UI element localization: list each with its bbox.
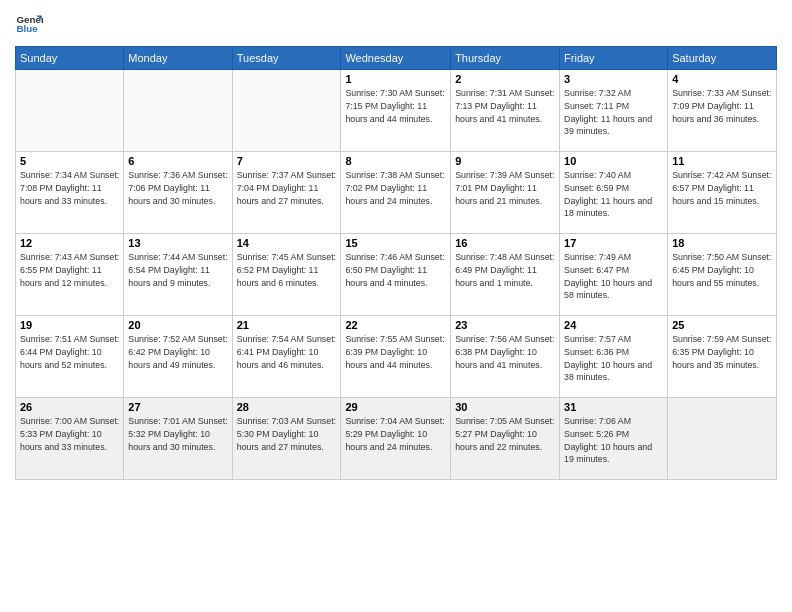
day-info: Sunrise: 7:34 AM Sunset: 7:08 PM Dayligh… — [20, 169, 119, 207]
calendar-cell: 12Sunrise: 7:43 AM Sunset: 6:55 PM Dayli… — [16, 234, 124, 316]
calendar-cell — [668, 398, 777, 480]
day-number: 14 — [237, 237, 337, 249]
calendar-cell: 16Sunrise: 7:48 AM Sunset: 6:49 PM Dayli… — [451, 234, 560, 316]
calendar-cell — [124, 70, 232, 152]
day-info: Sunrise: 7:03 AM Sunset: 5:30 PM Dayligh… — [237, 415, 337, 453]
day-info: Sunrise: 7:44 AM Sunset: 6:54 PM Dayligh… — [128, 251, 227, 289]
day-number: 10 — [564, 155, 663, 167]
day-number: 28 — [237, 401, 337, 413]
calendar-cell: 24Sunrise: 7:57 AM Sunset: 6:36 PM Dayli… — [560, 316, 668, 398]
svg-text:Blue: Blue — [16, 23, 38, 34]
day-info: Sunrise: 7:00 AM Sunset: 5:33 PM Dayligh… — [20, 415, 119, 453]
day-number: 12 — [20, 237, 119, 249]
calendar-cell: 26Sunrise: 7:00 AM Sunset: 5:33 PM Dayli… — [16, 398, 124, 480]
calendar-week-row: 26Sunrise: 7:00 AM Sunset: 5:33 PM Dayli… — [16, 398, 777, 480]
calendar-week-row: 12Sunrise: 7:43 AM Sunset: 6:55 PM Dayli… — [16, 234, 777, 316]
calendar-week-row: 1Sunrise: 7:30 AM Sunset: 7:15 PM Daylig… — [16, 70, 777, 152]
calendar-header-row: SundayMondayTuesdayWednesdayThursdayFrid… — [16, 47, 777, 70]
day-number: 1 — [345, 73, 446, 85]
day-info: Sunrise: 7:49 AM Sunset: 6:47 PM Dayligh… — [564, 251, 663, 302]
day-number: 27 — [128, 401, 227, 413]
calendar-cell: 13Sunrise: 7:44 AM Sunset: 6:54 PM Dayli… — [124, 234, 232, 316]
calendar-table: SundayMondayTuesdayWednesdayThursdayFrid… — [15, 46, 777, 480]
day-number: 11 — [672, 155, 772, 167]
calendar-cell: 10Sunrise: 7:40 AM Sunset: 6:59 PM Dayli… — [560, 152, 668, 234]
day-info: Sunrise: 7:36 AM Sunset: 7:06 PM Dayligh… — [128, 169, 227, 207]
day-info: Sunrise: 7:54 AM Sunset: 6:41 PM Dayligh… — [237, 333, 337, 371]
calendar-cell: 30Sunrise: 7:05 AM Sunset: 5:27 PM Dayli… — [451, 398, 560, 480]
calendar-cell: 9Sunrise: 7:39 AM Sunset: 7:01 PM Daylig… — [451, 152, 560, 234]
day-info: Sunrise: 7:50 AM Sunset: 6:45 PM Dayligh… — [672, 251, 772, 289]
calendar-cell: 4Sunrise: 7:33 AM Sunset: 7:09 PM Daylig… — [668, 70, 777, 152]
day-number: 31 — [564, 401, 663, 413]
calendar-cell: 31Sunrise: 7:06 AM Sunset: 5:26 PM Dayli… — [560, 398, 668, 480]
day-number: 24 — [564, 319, 663, 331]
calendar-cell: 28Sunrise: 7:03 AM Sunset: 5:30 PM Dayli… — [232, 398, 341, 480]
day-number: 7 — [237, 155, 337, 167]
calendar-week-row: 5Sunrise: 7:34 AM Sunset: 7:08 PM Daylig… — [16, 152, 777, 234]
day-number: 30 — [455, 401, 555, 413]
day-number: 15 — [345, 237, 446, 249]
logo-icon: General Blue — [15, 10, 43, 38]
calendar-cell: 22Sunrise: 7:55 AM Sunset: 6:39 PM Dayli… — [341, 316, 451, 398]
logo: General Blue — [15, 10, 49, 38]
weekday-header-monday: Monday — [124, 47, 232, 70]
day-info: Sunrise: 7:45 AM Sunset: 6:52 PM Dayligh… — [237, 251, 337, 289]
day-info: Sunrise: 7:04 AM Sunset: 5:29 PM Dayligh… — [345, 415, 446, 453]
calendar-cell: 3Sunrise: 7:32 AM Sunset: 7:11 PM Daylig… — [560, 70, 668, 152]
calendar-cell: 7Sunrise: 7:37 AM Sunset: 7:04 PM Daylig… — [232, 152, 341, 234]
header: General Blue — [15, 10, 777, 38]
calendar-week-row: 19Sunrise: 7:51 AM Sunset: 6:44 PM Dayli… — [16, 316, 777, 398]
calendar-cell: 23Sunrise: 7:56 AM Sunset: 6:38 PM Dayli… — [451, 316, 560, 398]
weekday-header-wednesday: Wednesday — [341, 47, 451, 70]
calendar-cell: 6Sunrise: 7:36 AM Sunset: 7:06 PM Daylig… — [124, 152, 232, 234]
day-info: Sunrise: 7:51 AM Sunset: 6:44 PM Dayligh… — [20, 333, 119, 371]
day-number: 5 — [20, 155, 119, 167]
day-info: Sunrise: 7:43 AM Sunset: 6:55 PM Dayligh… — [20, 251, 119, 289]
weekday-header-tuesday: Tuesday — [232, 47, 341, 70]
day-info: Sunrise: 7:48 AM Sunset: 6:49 PM Dayligh… — [455, 251, 555, 289]
day-info: Sunrise: 7:39 AM Sunset: 7:01 PM Dayligh… — [455, 169, 555, 207]
calendar-cell: 15Sunrise: 7:46 AM Sunset: 6:50 PM Dayli… — [341, 234, 451, 316]
day-number: 22 — [345, 319, 446, 331]
calendar-cell: 8Sunrise: 7:38 AM Sunset: 7:02 PM Daylig… — [341, 152, 451, 234]
day-number: 29 — [345, 401, 446, 413]
day-number: 16 — [455, 237, 555, 249]
day-number: 8 — [345, 155, 446, 167]
day-info: Sunrise: 7:59 AM Sunset: 6:35 PM Dayligh… — [672, 333, 772, 371]
calendar-cell: 19Sunrise: 7:51 AM Sunset: 6:44 PM Dayli… — [16, 316, 124, 398]
weekday-header-sunday: Sunday — [16, 47, 124, 70]
day-info: Sunrise: 7:06 AM Sunset: 5:26 PM Dayligh… — [564, 415, 663, 466]
day-info: Sunrise: 7:31 AM Sunset: 7:13 PM Dayligh… — [455, 87, 555, 125]
day-number: 2 — [455, 73, 555, 85]
day-number: 18 — [672, 237, 772, 249]
calendar-cell: 18Sunrise: 7:50 AM Sunset: 6:45 PM Dayli… — [668, 234, 777, 316]
day-info: Sunrise: 7:37 AM Sunset: 7:04 PM Dayligh… — [237, 169, 337, 207]
weekday-header-thursday: Thursday — [451, 47, 560, 70]
day-number: 19 — [20, 319, 119, 331]
day-number: 6 — [128, 155, 227, 167]
day-number: 9 — [455, 155, 555, 167]
calendar-cell: 20Sunrise: 7:52 AM Sunset: 6:42 PM Dayli… — [124, 316, 232, 398]
day-number: 13 — [128, 237, 227, 249]
day-info: Sunrise: 7:57 AM Sunset: 6:36 PM Dayligh… — [564, 333, 663, 384]
day-info: Sunrise: 7:55 AM Sunset: 6:39 PM Dayligh… — [345, 333, 446, 371]
day-info: Sunrise: 7:38 AM Sunset: 7:02 PM Dayligh… — [345, 169, 446, 207]
calendar-cell: 29Sunrise: 7:04 AM Sunset: 5:29 PM Dayli… — [341, 398, 451, 480]
calendar-cell: 5Sunrise: 7:34 AM Sunset: 7:08 PM Daylig… — [16, 152, 124, 234]
calendar-cell: 25Sunrise: 7:59 AM Sunset: 6:35 PM Dayli… — [668, 316, 777, 398]
day-info: Sunrise: 7:05 AM Sunset: 5:27 PM Dayligh… — [455, 415, 555, 453]
day-number: 25 — [672, 319, 772, 331]
calendar-cell — [232, 70, 341, 152]
day-info: Sunrise: 7:33 AM Sunset: 7:09 PM Dayligh… — [672, 87, 772, 125]
day-info: Sunrise: 7:40 AM Sunset: 6:59 PM Dayligh… — [564, 169, 663, 220]
calendar-cell: 17Sunrise: 7:49 AM Sunset: 6:47 PM Dayli… — [560, 234, 668, 316]
calendar-cell: 14Sunrise: 7:45 AM Sunset: 6:52 PM Dayli… — [232, 234, 341, 316]
calendar-cell: 21Sunrise: 7:54 AM Sunset: 6:41 PM Dayli… — [232, 316, 341, 398]
calendar-cell: 27Sunrise: 7:01 AM Sunset: 5:32 PM Dayli… — [124, 398, 232, 480]
day-number: 26 — [20, 401, 119, 413]
day-info: Sunrise: 7:46 AM Sunset: 6:50 PM Dayligh… — [345, 251, 446, 289]
day-info: Sunrise: 7:01 AM Sunset: 5:32 PM Dayligh… — [128, 415, 227, 453]
calendar-cell: 2Sunrise: 7:31 AM Sunset: 7:13 PM Daylig… — [451, 70, 560, 152]
day-number: 3 — [564, 73, 663, 85]
